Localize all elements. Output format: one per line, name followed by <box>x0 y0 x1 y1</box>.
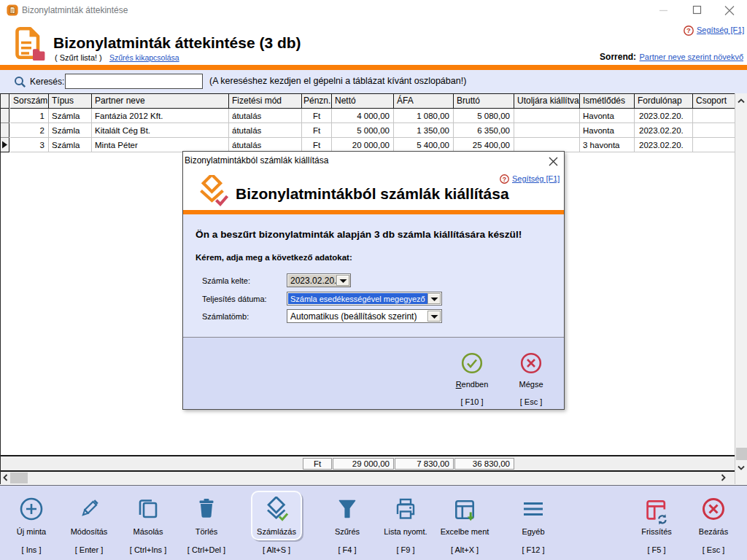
svg-text:?: ? <box>686 26 691 34</box>
svg-text:?: ? <box>503 176 506 183</box>
